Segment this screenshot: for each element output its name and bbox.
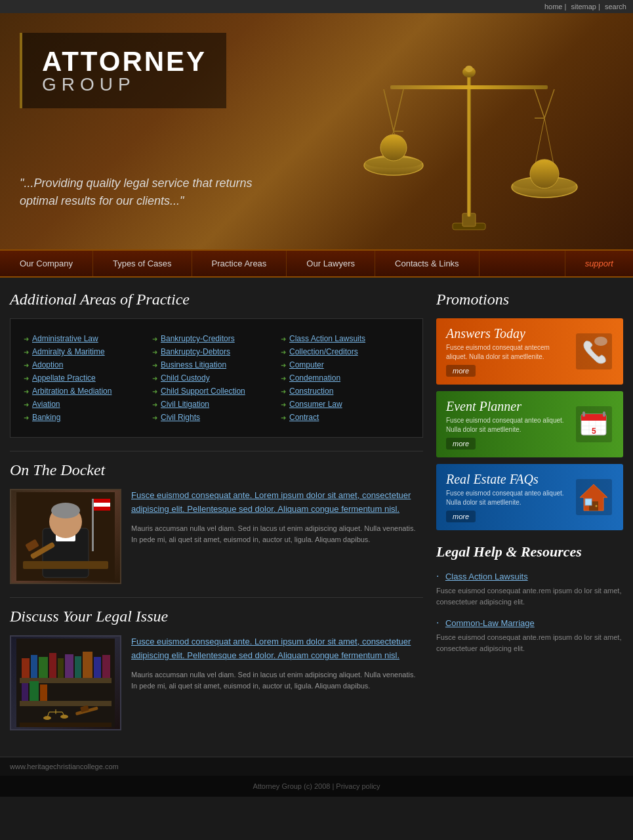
svg-rect-44 — [83, 652, 92, 678]
list-item: Administrative Law — [24, 332, 146, 345]
phone-icon — [574, 332, 613, 371]
svg-line-13 — [535, 89, 544, 118]
top-bar: home | sitemap | search — [0, 0, 633, 13]
svg-rect-72 — [582, 411, 585, 417]
svg-line-8 — [384, 89, 394, 131]
nav-types-cases[interactable]: Types of Cases — [93, 251, 192, 276]
legal-help-title: Legal Help & Resources — [436, 543, 623, 560]
svg-rect-5 — [390, 85, 548, 89]
header-tagline: "...Providing quality legal service that… — [20, 175, 269, 210]
main-navigation: Our Company Types of Cases Practice Area… — [0, 249, 633, 278]
svg-rect-73 — [603, 411, 605, 417]
nav-practice-areas[interactable]: Practice Areas — [192, 251, 287, 276]
list-item: Banking — [24, 411, 146, 424]
svg-rect-37 — [22, 658, 30, 678]
promo-event-text: Event Planner Fusce euismod consequat an… — [446, 399, 567, 450]
legal-help-item-1: Class Action Lawsuits Fusce euismod cons… — [436, 570, 623, 607]
list-item: Contract — [281, 411, 403, 424]
nav-support[interactable]: support — [565, 251, 633, 276]
svg-rect-41 — [58, 658, 64, 678]
list-item: Arbitration & Mediation — [24, 385, 146, 398]
promo-answers-title: Answers Today — [446, 326, 567, 341]
discuss-body: Mauris accumsan nulla vel diam. Sed in l… — [131, 669, 423, 692]
docket-title: On The Docket — [10, 461, 423, 479]
promo-answers-more[interactable]: more — [446, 365, 476, 377]
home-link[interactable]: home — [544, 3, 563, 10]
nav-our-company[interactable]: Our Company — [0, 251, 93, 276]
discuss-title: Discuss Your Legal Issue — [10, 608, 423, 625]
svg-rect-65 — [581, 418, 606, 421]
house-icon — [574, 478, 613, 517]
scales-decoration — [331, 20, 607, 243]
svg-rect-77 — [585, 499, 592, 505]
svg-rect-60 — [576, 333, 612, 369]
svg-rect-50 — [40, 684, 47, 701]
legal-help-link-2[interactable]: Common-Law Marriage — [445, 618, 535, 628]
legal-help-desc-2: Fusce euismod consequat ante.rem ipsum d… — [436, 632, 623, 654]
footer-bar: www.heritagechristiancollege.com — [0, 757, 633, 776]
list-item: Child Custody — [152, 371, 274, 385]
svg-rect-27 — [94, 507, 110, 511]
list-item: Business Litigation — [152, 358, 274, 371]
practice-col-1: Administrative Law Admiralty & Maritime … — [24, 332, 152, 424]
search-link[interactable]: search — [605, 3, 626, 10]
list-item: Admiralty & Maritime — [24, 345, 146, 358]
practice-col-3: Class Action Lawsuits Collection/Credito… — [281, 332, 409, 424]
docket-body: Mauris accumsan nulla vel diam. Sed in l… — [131, 523, 423, 546]
practice-box: Administrative Law Admiralty & Maritime … — [10, 318, 423, 438]
nav-our-lawyers[interactable]: Our Lawyers — [287, 251, 375, 276]
svg-rect-34 — [23, 561, 108, 569]
practice-columns: Administrative Law Admiralty & Maritime … — [24, 332, 409, 424]
discuss-content: Fusce euismod consequat ante. Lorem ipsu… — [10, 635, 423, 730]
svg-rect-40 — [49, 653, 56, 678]
svg-rect-39 — [39, 657, 48, 678]
footer-bottom: Attorney Group (c) 2008 | Privacy policy — [0, 776, 633, 797]
svg-line-15 — [544, 89, 554, 118]
promo-realestate-more[interactable]: more — [446, 511, 476, 522]
discuss-lead[interactable]: Fusce euismod consequat ante. Lorem ipsu… — [131, 635, 423, 663]
promo-real-estate: Real Estate FAQs Fusce euismod consequat… — [436, 464, 623, 530]
promo-answers-desc: Fusce euismod consequat antecem aliquet.… — [446, 343, 567, 362]
calendar-icon: 5 — [574, 405, 613, 444]
svg-rect-23 — [92, 499, 94, 551]
svg-rect-43 — [75, 656, 81, 678]
logo-line1: ATTORNEY — [42, 46, 207, 77]
svg-point-21 — [530, 159, 559, 188]
sidebar: Promotions Answers Today Fusce euismod c… — [436, 291, 623, 744]
svg-point-61 — [594, 337, 607, 346]
list-item: Computer — [281, 358, 403, 371]
docket-section: On The Docket — [10, 461, 423, 584]
list-item: Class Action Lawsuits — [281, 332, 403, 345]
additional-areas-section: Additional Areas of Practice Administrat… — [10, 291, 423, 438]
promo-event-desc: Fusce euismod consequat anteo aliquet. N… — [446, 416, 567, 434]
svg-text:5: 5 — [592, 427, 596, 436]
legal-help-item-2: Common-Law Marriage Fusce euismod conseq… — [436, 617, 623, 654]
sitemap-link[interactable]: sitemap — [571, 3, 596, 10]
svg-line-6 — [394, 89, 403, 131]
additional-areas-title: Additional Areas of Practice — [10, 291, 423, 308]
nav-contacts-links[interactable]: Contacts & Links — [375, 251, 480, 276]
docket-text: Fusce euismod consequat ante. Lorem ipsu… — [131, 489, 423, 584]
svg-point-55 — [43, 716, 51, 720]
legal-help-link-1[interactable]: Class Action Lawsuits — [445, 572, 528, 581]
svg-rect-47 — [20, 701, 112, 706]
content-wrapper: Additional Areas of Practice Administrat… — [0, 278, 633, 757]
promotions-title: Promotions — [436, 291, 623, 308]
list-item: Adoption — [24, 358, 146, 371]
list-item: Bankruptcy-Creditors — [152, 332, 274, 345]
discuss-section: Discuss Your Legal Issue — [10, 608, 423, 730]
svg-rect-42 — [65, 654, 73, 678]
promo-event-more[interactable]: more — [446, 438, 476, 450]
list-item: Consumer Law — [281, 398, 403, 411]
svg-point-4 — [465, 66, 473, 72]
svg-rect-46 — [102, 655, 110, 678]
promo-realestate-title: Real Estate FAQs — [446, 472, 567, 487]
list-item: Collection/Creditors — [281, 345, 403, 358]
svg-rect-25 — [94, 499, 110, 503]
discuss-text: Fusce euismod consequat ante. Lorem ipsu… — [131, 635, 423, 730]
docket-lead[interactable]: Fusce euismod consequat ante. Lorem ipsu… — [131, 489, 423, 516]
svg-rect-49 — [30, 681, 39, 701]
list-item: Appellate Practice — [24, 371, 146, 385]
svg-point-20 — [380, 135, 407, 161]
logo: ATTORNEY GROUP — [20, 33, 226, 108]
